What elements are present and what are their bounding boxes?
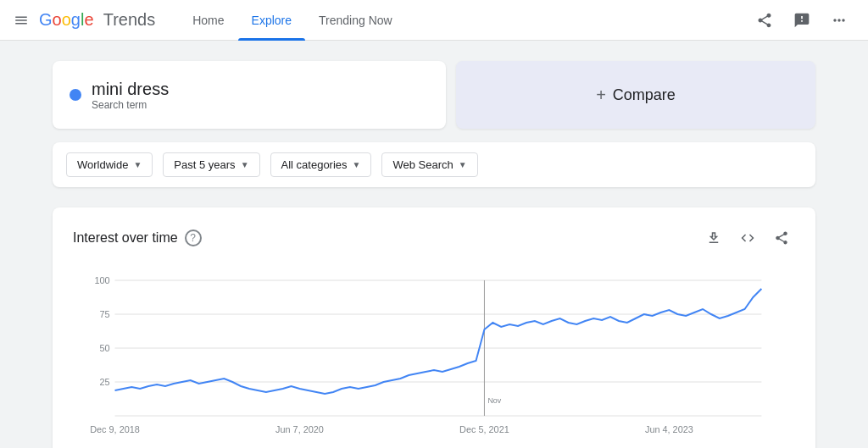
compare-plus-icon: + (596, 86, 606, 105)
chart-help-icon[interactable]: ? (185, 230, 202, 246)
compare-label: Compare (613, 86, 676, 104)
search-type-filter-chevron: ▼ (459, 160, 467, 169)
nav-home[interactable]: Home (179, 0, 237, 41)
trends-logo-text: Trends (99, 10, 156, 30)
chart-title-row: Interest over time ? (73, 230, 202, 246)
category-filter-label: All categories (281, 158, 348, 171)
time-filter-chevron: ▼ (241, 160, 249, 169)
svg-text:Dec 5, 2021: Dec 5, 2021 (459, 424, 509, 434)
main-content: mini dress Search term + Compare Worldwi… (19, 41, 849, 448)
compare-card[interactable]: + Compare (456, 61, 815, 129)
feedback-button[interactable] (787, 5, 817, 36)
region-filter[interactable]: Worldwide ▼ (66, 152, 153, 177)
region-filter-chevron: ▼ (133, 160, 142, 169)
region-filter-label: Worldwide (77, 158, 128, 171)
search-term: mini dress (92, 80, 169, 99)
header: Google Trends Home Explore Trending Now (0, 0, 868, 41)
search-card: mini dress Search term (53, 61, 446, 129)
svg-text:Nov: Nov (487, 396, 501, 405)
google-trends-logo[interactable]: Google Trends (39, 10, 155, 30)
main-nav: Home Explore Trending Now (179, 0, 739, 41)
chart-svg: 100 75 50 25 Nov Dec 9, 2018 Jun 7, 2020… (73, 272, 795, 441)
search-card-indicator (70, 89, 81, 101)
share-button[interactable] (749, 5, 780, 36)
nav-explore[interactable]: Explore (238, 0, 305, 41)
time-filter-label: Past 5 years (174, 158, 235, 171)
svg-text:25: 25 (99, 377, 109, 387)
help-label: ? (190, 232, 196, 244)
nav-trending-now[interactable]: Trending Now (305, 0, 406, 41)
category-filter-chevron: ▼ (353, 160, 361, 169)
chart-title: Interest over time (73, 230, 178, 246)
chart-header: Interest over time ? (73, 224, 795, 252)
category-filter[interactable]: All categories ▼ (270, 152, 372, 177)
chart-actions (700, 224, 795, 252)
chart-share-button[interactable] (768, 224, 795, 252)
svg-text:Jun 4, 2023: Jun 4, 2023 (645, 424, 693, 434)
filters-row: Worldwide ▼ Past 5 years ▼ All categorie… (53, 142, 815, 187)
search-card-text: mini dress Search term (92, 80, 169, 111)
menu-icon[interactable] (14, 13, 29, 28)
header-actions (749, 5, 854, 36)
svg-text:Jun 7, 2020: Jun 7, 2020 (275, 424, 324, 434)
svg-text:Dec 9, 2018: Dec 9, 2018 (90, 424, 140, 434)
chart-card: Interest over time ? (53, 207, 815, 448)
chart-container: 100 75 50 25 Nov Dec 9, 2018 Jun 7, 2020… (73, 272, 795, 444)
svg-text:75: 75 (99, 309, 109, 319)
search-type-filter[interactable]: Web Search ▼ (381, 152, 477, 177)
svg-text:100: 100 (94, 275, 109, 285)
search-type-filter-label: Web Search (392, 158, 453, 171)
download-button[interactable] (700, 224, 727, 252)
svg-text:50: 50 (99, 343, 109, 353)
time-filter[interactable]: Past 5 years ▼ (163, 152, 259, 177)
apps-button[interactable] (824, 5, 854, 36)
search-cards-row: mini dress Search term + Compare (53, 61, 815, 129)
embed-button[interactable] (734, 224, 761, 252)
search-type-label: Search term (92, 99, 169, 111)
